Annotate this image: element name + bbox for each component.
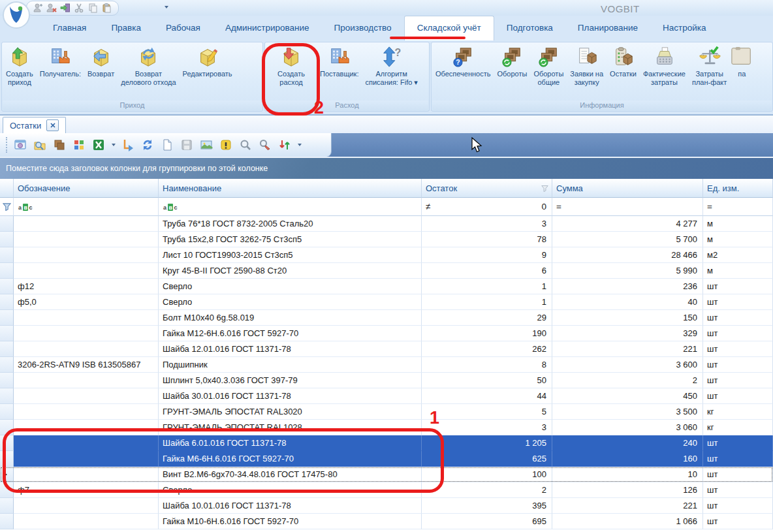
filter-value[interactable]: 0	[541, 202, 546, 211]
edit-button[interactable]: Редактировать	[180, 44, 236, 101]
table-row[interactable]: Шайба 12.01.016 ГОСТ 11371-78 262 221 шт	[0, 341, 773, 357]
filter-name[interactable]	[159, 198, 422, 216]
filter-operator[interactable]: ≠	[426, 202, 430, 211]
plan-fact-costs-button[interactable]: Затраты план-факт	[689, 44, 730, 101]
table-row[interactable]: ф5,0 Сверло 1 40 шт	[0, 294, 773, 310]
writeoff-algorithm-button[interactable]: Алгоритм списания: Fifo ▾	[362, 44, 420, 101]
image-preview-icon[interactable]	[200, 138, 213, 152]
tab-proizvodstvo[interactable]: Производство	[322, 16, 404, 40]
tab-pravka[interactable]: Правка	[99, 16, 153, 40]
table-row[interactable]: Гайка М6-6Н.6.016 ГОСТ 5927-70 625 160 ш…	[0, 451, 773, 467]
colored-blocks-icon[interactable]	[72, 138, 86, 152]
excel-dropdown-caret-icon[interactable]	[112, 144, 116, 146]
cell-name: Шплинт 5,0х40.3.036 ГОСТ 397-79	[159, 373, 422, 388]
table-row[interactable]: Шайба 10.01.016 ГОСТ 11371-78 395 221 шт	[0, 498, 773, 514]
turnover-button[interactable]: Обороты	[494, 44, 530, 101]
table-row[interactable]: ГРУНТ-ЭМАЛЬ ЭПОСТАТ RAL3020 5 3 500 кг	[0, 404, 773, 420]
tab-podgotovka[interactable]: Подготовка	[494, 16, 565, 40]
table-row[interactable]: ф12 Сверло 1 236 шт	[0, 279, 773, 294]
related-cards-icon[interactable]	[53, 138, 67, 152]
filter-operator[interactable]: =	[556, 202, 561, 211]
table-row[interactable]: Шайба 30.01.016 ГОСТ 11371-78 44 450 шт	[0, 388, 773, 404]
table-row[interactable]: Труба 15х2,8 ГОСТ 3262-75 Ст3сп5 78 5 70…	[0, 232, 773, 247]
actual-costs-button[interactable]: Фактические затраты	[640, 44, 689, 101]
tab-planirovanie[interactable]: Планирование	[565, 16, 650, 40]
return-button[interactable]: Возврат	[84, 44, 118, 101]
purchase-requests-button[interactable]: Заявки на закупку	[567, 44, 607, 101]
zoom-icon[interactable]	[239, 138, 253, 152]
ribbon-group-label: Информация	[432, 101, 772, 110]
row-indicator	[0, 373, 14, 388]
save-icon[interactable]	[180, 138, 194, 152]
copy-icon[interactable]	[87, 3, 99, 14]
export-excel-icon[interactable]	[92, 138, 106, 152]
exit-session-icon[interactable]	[60, 3, 71, 14]
paste-icon[interactable]	[101, 3, 112, 14]
table-row[interactable]: Труба 76*18 ГОСТ 8732-2005 Сталь20 3 4 2…	[0, 216, 773, 232]
column-header-remainder[interactable]: Остаток	[422, 179, 552, 198]
return-waste-button[interactable]: Возврат делового отхода	[118, 44, 179, 101]
filter-sum[interactable]: =	[552, 198, 703, 216]
preview-settings-icon[interactable]	[14, 138, 27, 152]
zoom-edit-icon[interactable]	[259, 138, 272, 152]
tab-nastroyka[interactable]: Настройка	[650, 16, 718, 40]
table-row[interactable]: ГРУНТ-ЭМАЛЬ ЭПОСТАТ RAL1028 3 3 060 кг	[0, 420, 773, 435]
cell-sum: 3 600	[552, 357, 703, 373]
close-tab-button[interactable]	[46, 119, 59, 131]
table-row[interactable]: ф7 Сверло 2 126 шт	[0, 482, 773, 498]
row-indicator	[0, 498, 14, 514]
table-row[interactable]: Болт М10х40 6g.58.019 29 150 шт	[0, 310, 773, 326]
row-indicator	[0, 216, 14, 232]
tab-rabochaya[interactable]: Рабочая	[153, 16, 213, 40]
recipient-button[interactable]: Получатель:	[37, 44, 84, 101]
remainders-button[interactable]: Остатки	[607, 44, 640, 101]
toolbar-grip-handle[interactable]	[6, 137, 7, 153]
turnover-general-button[interactable]: Обороты общие	[530, 44, 567, 101]
tab-administrirovanie[interactable]: Администрирование	[213, 16, 322, 40]
filter-operator[interactable]: =	[707, 202, 712, 211]
availability-button[interactable]: Обеспеченность	[432, 44, 494, 101]
column-header-sum[interactable]: Сумма	[552, 179, 703, 198]
filter-remainder[interactable]: ≠ 0	[422, 198, 552, 216]
table-row[interactable]: Винт В2.М6-6gx70-34.48.016 ГОСТ 17475-80…	[0, 467, 773, 482]
supplier-button[interactable]: Поставщик:	[317, 44, 362, 101]
table-row[interactable]: 3206-2RS-ATN9 ISB 613505867 Подшипник 8 …	[0, 357, 773, 373]
group-by-panel[interactable]: Поместите сюда заголовок колонки для гру…	[0, 158, 773, 179]
filter-active-icon[interactable]	[541, 185, 548, 192]
abc-filter-icon[interactable]	[18, 203, 33, 211]
table-row[interactable]: Гайка М10-6Н.6.016 ГОСТ 5927-70 695 1 06…	[0, 514, 773, 529]
abc-filter-icon[interactable]	[163, 203, 178, 211]
refresh-icon[interactable]	[141, 138, 155, 152]
table-row[interactable]: Круг 45-В-II ГОСТ 2590-88 Ст20 6 5 990 м	[0, 263, 773, 279]
create-expense-button[interactable]: Создать расход	[266, 44, 317, 101]
cut-icon[interactable]	[74, 3, 85, 14]
toolbar-overflow-caret-icon[interactable]	[298, 144, 302, 146]
block-user-icon[interactable]	[46, 3, 57, 14]
tab-skladskoy-uchet[interactable]: Складской учёт	[404, 16, 494, 40]
filter-unit[interactable]: =	[703, 198, 773, 216]
table-row[interactable]: Шплинт 5,0х40.3.036 ГОСТ 397-79 50 2 шт	[0, 373, 773, 388]
tab-glavnaya[interactable]: Главная	[40, 16, 99, 40]
row-indicator	[0, 341, 14, 357]
table-row[interactable]: Лист 10 ГОСТ19903-2015 Ст3сп5 9 28 466 м…	[0, 247, 773, 263]
filter-designation[interactable]	[14, 198, 159, 216]
doc-tab-ostatki[interactable]: Остатки	[3, 117, 66, 133]
ribbon: Создать приход Получатель: Возврат Возвр…	[0, 40, 773, 116]
hierarchy-navigate-icon[interactable]	[121, 138, 135, 152]
column-header-unit[interactable]: Ед. изм.	[703, 179, 773, 198]
validation-warning-icon[interactable]	[219, 138, 233, 152]
ribbon-group: Обеспеченность Обороты Обороты общие Зая…	[431, 42, 773, 112]
clipped-button[interactable]: па	[730, 44, 753, 101]
table-row[interactable]: Шайба 6.01.016 ГОСТ 11371-78 1 205 240 ш…	[0, 435, 773, 451]
cell-sum: 10	[552, 467, 703, 482]
create-receipt-button[interactable]: Создать приход	[3, 44, 37, 101]
table-row[interactable]: Гайка М12-6Н.6.016 ГОСТ 5927-70 190 329 …	[0, 326, 773, 341]
add-user-icon[interactable]	[33, 3, 44, 14]
vogbit-logo-icon[interactable]	[2, 1, 31, 29]
new-document-icon[interactable]	[161, 138, 174, 152]
column-header-name[interactable]: Наименование	[159, 179, 422, 198]
column-header-designation[interactable]: Обозначение	[14, 179, 159, 198]
search-in-folder-icon[interactable]	[33, 138, 47, 152]
quick-access-overflow-caret-icon[interactable]	[165, 6, 168, 8]
sort-arrows-icon[interactable]	[278, 138, 292, 152]
